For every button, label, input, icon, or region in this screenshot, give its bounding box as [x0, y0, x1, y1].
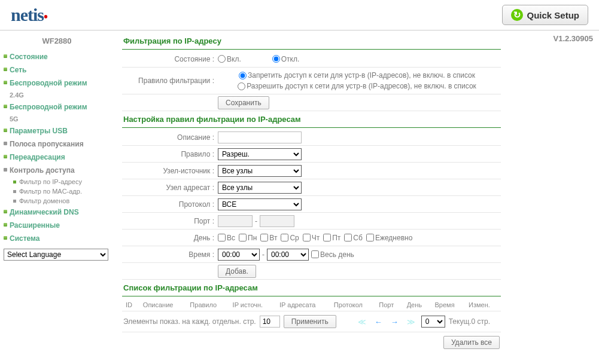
day-tue-check[interactable]: Вт: [260, 234, 277, 242]
sidebar-item-wireless5[interactable]: Беспроводной режим: [1, 100, 112, 114]
day-wed-check[interactable]: Ср: [281, 234, 299, 242]
add-button[interactable]: Добав.: [218, 265, 256, 278]
pager-first-icon[interactable]: ≪: [355, 317, 369, 326]
sidebar-item-advanced[interactable]: Расширенные: [1, 219, 112, 232]
status-off-radio[interactable]: Откл.: [272, 55, 300, 63]
filter-rule-label: Правило фильтрации :: [122, 77, 218, 85]
desc-input[interactable]: [218, 131, 302, 143]
save-button[interactable]: Сохранить: [218, 96, 269, 109]
status-on-radio[interactable]: Вкл.: [218, 55, 241, 63]
sidebar: WF2880 Состояние Сеть Беспроводной режим…: [0, 30, 114, 355]
app-logo: netis•: [11, 5, 47, 25]
delete-all-button[interactable]: Удалить все: [443, 336, 500, 349]
col-day: День: [403, 299, 431, 311]
sidebar-item-usb[interactable]: Параметры USB: [1, 124, 112, 137]
pager-last-icon[interactable]: ≫: [405, 317, 418, 326]
per-page-input[interactable]: [260, 316, 280, 328]
sidebar-item-bandwidth[interactable]: Полоса пропускания: [1, 137, 112, 151]
desc-label: Описание :: [122, 133, 218, 142]
sidebar-item-network[interactable]: Сеть: [1, 63, 112, 77]
sidebar-sub-ip-filter[interactable]: Фильтр по IP-адресу: [1, 177, 112, 186]
dst-label: Узел адресат :: [122, 183, 218, 192]
proto-select[interactable]: ВСЕ: [218, 198, 302, 210]
proto-label: Протокол :: [122, 200, 218, 209]
pager-next-icon[interactable]: →: [388, 317, 401, 326]
col-desc: Описание: [139, 299, 187, 311]
deny-radio[interactable]: Запретить доступ к сети для устр-в (IP-а…: [239, 71, 475, 79]
model-label: WF2880: [1, 33, 112, 50]
arrow-icon: ↻: [511, 9, 523, 21]
day-sat-check[interactable]: Сб: [344, 234, 363, 242]
time-from-select[interactable]: 00:00: [218, 249, 260, 261]
col-id: ID: [122, 299, 139, 311]
col-edit: Измен.: [465, 299, 501, 311]
sidebar-sub-5g: 5G: [1, 114, 112, 124]
time-to-select[interactable]: 00:00: [267, 249, 309, 261]
language-select[interactable]: Select Language: [4, 249, 108, 261]
day-daily-check[interactable]: Ежедневно: [366, 234, 412, 242]
col-dstip: IP адресата: [276, 299, 330, 311]
dst-select[interactable]: Все узлы: [218, 182, 302, 194]
pager-text: Элементы показ. на кажд. отдельн. стр.: [123, 317, 256, 326]
quick-setup-button[interactable]: ↻ Quick Setup: [502, 5, 588, 25]
port-label: Порт :: [122, 217, 218, 225]
day-label: День :: [122, 234, 218, 242]
col-port: Порт: [375, 299, 403, 311]
sidebar-sub-24g: 2.4G: [1, 90, 112, 100]
apply-button[interactable]: Применить: [284, 315, 336, 328]
col-srcip: IP источн.: [229, 299, 276, 311]
section-title-list: Список фильтрации по IP-адресам: [122, 280, 501, 296]
rule-select[interactable]: Разреш.: [218, 148, 302, 160]
day-fri-check[interactable]: Пт: [323, 234, 340, 242]
src-select[interactable]: Все узлы: [218, 165, 302, 177]
status-label: Состояние :: [122, 55, 218, 63]
time-label: Время :: [122, 250, 218, 259]
col-time: Время: [431, 299, 466, 311]
filter-list-table: ID Описание Правило IP источн. IP адреса…: [122, 299, 501, 311]
page-select[interactable]: 0: [421, 316, 445, 328]
port-to-input: [260, 215, 294, 227]
section-title-filter: Фильтрация по IP-адресу: [122, 33, 501, 50]
port-from-input: [218, 215, 253, 227]
cur-page-label: Текущ.0 стр.: [449, 317, 490, 326]
allow-radio[interactable]: Разрешить доступ к сети для устр-в (IP-а…: [238, 82, 476, 90]
col-proto: Протокол: [330, 299, 375, 311]
col-rule: Правило: [186, 299, 229, 311]
day-thu-check[interactable]: Чт: [303, 234, 320, 242]
day-mon-check[interactable]: Пн: [239, 234, 257, 242]
sidebar-item-system[interactable]: Система: [1, 232, 112, 245]
sidebar-item-forwarding[interactable]: Переадресация: [1, 151, 112, 164]
allday-check[interactable]: Весь день: [311, 250, 354, 259]
rule-label: Правило :: [122, 150, 218, 158]
version-label: V1.2.30905: [509, 30, 599, 47]
section-title-rules: Настройка правил фильтрации по IP-адреса…: [122, 111, 501, 128]
sidebar-item-access-control[interactable]: Контроль доступа: [1, 164, 112, 177]
src-label: Узел-источник :: [122, 167, 218, 175]
pager-prev-icon[interactable]: ←: [372, 317, 385, 326]
main-content: Фильтрация по IP-адресу Состояние : Вкл.…: [114, 30, 509, 355]
sidebar-item-wireless24[interactable]: Беспроводной режим: [1, 77, 112, 90]
sidebar-item-status[interactable]: Состояние: [1, 50, 112, 63]
sidebar-item-ddns[interactable]: Динамический DNS: [1, 206, 112, 219]
sidebar-sub-domain-filter[interactable]: Фильтр доменов: [1, 196, 112, 206]
day-sun-check[interactable]: Вс: [218, 234, 235, 242]
sidebar-sub-mac-filter[interactable]: Фильтр по MAC-адр.: [1, 186, 112, 196]
